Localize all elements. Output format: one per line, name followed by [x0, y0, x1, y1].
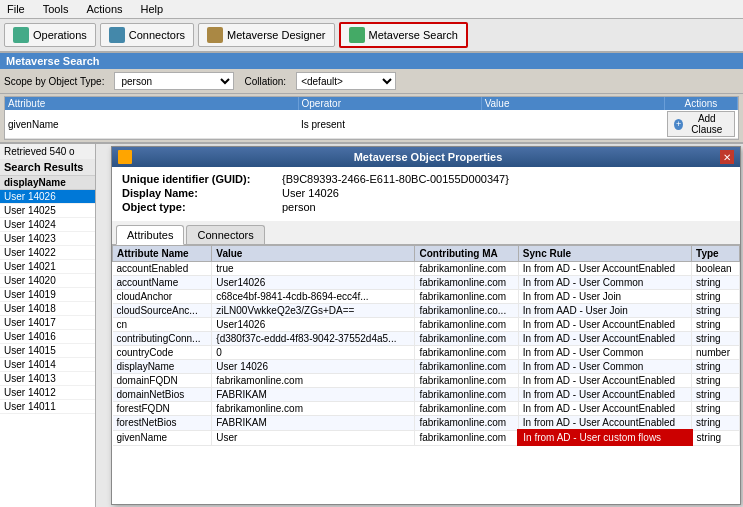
table-row: cloudAnchorc68ce4bf-9841-4cdb-8694-ecc4f… — [113, 290, 740, 304]
type-cell: string — [692, 416, 740, 431]
attr-name-cell: forestFQDN — [113, 402, 212, 416]
value-cell: 0 — [212, 346, 415, 360]
menu-help[interactable]: Help — [138, 2, 167, 16]
operations-button[interactable]: Operations — [4, 23, 96, 47]
operations-label: Operations — [33, 29, 87, 41]
type-cell: string — [692, 290, 740, 304]
result-item[interactable]: User 14016 — [0, 330, 95, 344]
result-item[interactable]: User 14014 — [0, 358, 95, 372]
search-results-label: Search Results — [0, 159, 95, 176]
th-attr-name: Attribute Name — [113, 246, 212, 262]
attr-name-cell: cloudSourceAnc... — [113, 304, 212, 318]
result-item[interactable]: User 14013 — [0, 372, 95, 386]
result-item[interactable]: User 14019 — [0, 288, 95, 302]
actions-col-label: Actions — [684, 98, 717, 109]
menu-actions[interactable]: Actions — [83, 2, 125, 16]
value-cell: User14026 — [212, 276, 415, 290]
connectors-icon — [109, 27, 125, 43]
result-item[interactable]: User 14011 — [0, 400, 95, 414]
ma-cell: fabrikamonline.co... — [415, 304, 518, 318]
table-row: contributingConn...{d380f37c-eddd-4f83-9… — [113, 332, 740, 346]
results-list: User 14026 User 14025 User 14024 User 14… — [0, 190, 95, 507]
add-icon: + — [674, 119, 683, 130]
attr-cell: givenName — [5, 110, 298, 139]
connectors-button[interactable]: Connectors — [100, 23, 194, 47]
add-clause-label: Add Clause — [686, 113, 727, 135]
operations-icon — [13, 27, 29, 43]
table-row: cnUser14026fabrikamonline.comIn from AD … — [113, 318, 740, 332]
value-cell: User 14026 — [212, 360, 415, 374]
ma-cell: fabrikamonline.com — [415, 374, 518, 388]
display-name-label: Display Name: — [122, 187, 282, 199]
result-item[interactable]: User 14024 — [0, 218, 95, 232]
ma-cell: fabrikamonline.com — [415, 262, 518, 276]
val-cell — [481, 110, 664, 139]
scope-select[interactable]: person — [114, 72, 234, 90]
metaverse-designer-button[interactable]: Metaverse Designer — [198, 23, 334, 47]
result-item[interactable]: User 14020 — [0, 274, 95, 288]
content-area: Retrieved 540 o Search Results displayNa… — [0, 144, 743, 507]
action-cell[interactable]: + Add Clause — [664, 110, 737, 139]
attr-name-cell: cloudAnchor — [113, 290, 212, 304]
dialog-close-button[interactable]: ✕ — [720, 150, 734, 164]
table-row: forestNetBiosFABRIKAMfabrikamonline.comI… — [113, 416, 740, 431]
sync-cell: In from AD - User AccountEnabled — [518, 332, 691, 346]
tab-attributes[interactable]: Attributes — [116, 225, 184, 245]
collation-select[interactable]: <default> — [296, 72, 396, 90]
dialog-tabs: Attributes Connectors — [112, 221, 740, 245]
sync-cell: In from AD - User Common — [518, 276, 691, 290]
attributes-table-container: Attribute Name Value Contributing MA Syn… — [112, 245, 740, 504]
metaverse-search-button[interactable]: Metaverse Search — [339, 22, 468, 48]
type-cell: boolean — [692, 262, 740, 276]
ma-cell: fabrikamonline.com — [415, 346, 518, 360]
attr-name-cell: givenName — [113, 430, 212, 445]
result-item[interactable]: User 14017 — [0, 316, 95, 330]
result-item[interactable]: User 14023 — [0, 232, 95, 246]
attr-name-cell: accountName — [113, 276, 212, 290]
result-item[interactable]: User 14022 — [0, 246, 95, 260]
type-cell: string — [692, 332, 740, 346]
result-item[interactable]: User 14018 — [0, 302, 95, 316]
table-row: displayNameUser 14026fabrikamonline.comI… — [113, 360, 740, 374]
type-cell: string — [692, 388, 740, 402]
result-item[interactable]: User 14021 — [0, 260, 95, 274]
metaverse-object-dialog: Metaverse Object Properties ✕ Unique ide… — [111, 146, 741, 505]
add-clause-button[interactable]: + Add Clause — [667, 111, 734, 137]
toolbar: Operations Connectors Metaverse Designer… — [0, 19, 743, 53]
dialog-titlebar-icon — [118, 150, 132, 164]
sync-cell: In from AD - User AccountEnabled — [518, 388, 691, 402]
criteria-row: givenName Is present + Add Clause — [5, 110, 738, 139]
dialog-properties: Unique identifier (GUID): {B9C89393-2466… — [112, 167, 740, 221]
attr-name-cell: forestNetBios — [113, 416, 212, 431]
table-row: domainFQDNfabrikamonline.comfabrikamonli… — [113, 374, 740, 388]
designer-icon — [207, 27, 223, 43]
tab-connectors[interactable]: Connectors — [186, 225, 264, 244]
attr-name-cell: domainNetBios — [113, 388, 212, 402]
ma-cell: fabrikamonline.com — [415, 276, 518, 290]
guid-label: Unique identifier (GUID): — [122, 173, 282, 185]
value-cell: true — [212, 262, 415, 276]
results-column-header: displayName — [0, 176, 95, 190]
attr-name-cell: countryCode — [113, 346, 212, 360]
sync-cell: In from AD - User AccountEnabled — [518, 374, 691, 388]
type-cell: string — [692, 360, 740, 374]
guid-value: {B9C89393-2466-E611-80BC-00155D000347} — [282, 173, 509, 185]
attr-name-cell: cn — [113, 318, 212, 332]
table-row: accountNameUser14026fabrikamonline.comIn… — [113, 276, 740, 290]
result-item[interactable]: User 14015 — [0, 344, 95, 358]
col-value: Value — [481, 97, 664, 110]
type-cell: number — [692, 346, 740, 360]
th-value: Value — [212, 246, 415, 262]
result-item[interactable]: User 14025 — [0, 204, 95, 218]
table-row: countryCode0fabrikamonline.comIn from AD… — [113, 346, 740, 360]
menu-tools[interactable]: Tools — [40, 2, 72, 16]
criteria-area: Attribute Operator Value Actions givenNa… — [0, 94, 743, 144]
result-item[interactable]: User 14026 — [0, 190, 95, 204]
search-table-wrapper: Attribute Operator Value Actions givenNa… — [4, 96, 739, 140]
value-cell: fabrikamonline.com — [212, 402, 415, 416]
type-cell: string — [692, 318, 740, 332]
result-item[interactable]: User 14012 — [0, 386, 95, 400]
sync-cell: In from AD - User Common — [518, 346, 691, 360]
menu-file[interactable]: File — [4, 2, 28, 16]
attr-name-cell: contributingConn... — [113, 332, 212, 346]
